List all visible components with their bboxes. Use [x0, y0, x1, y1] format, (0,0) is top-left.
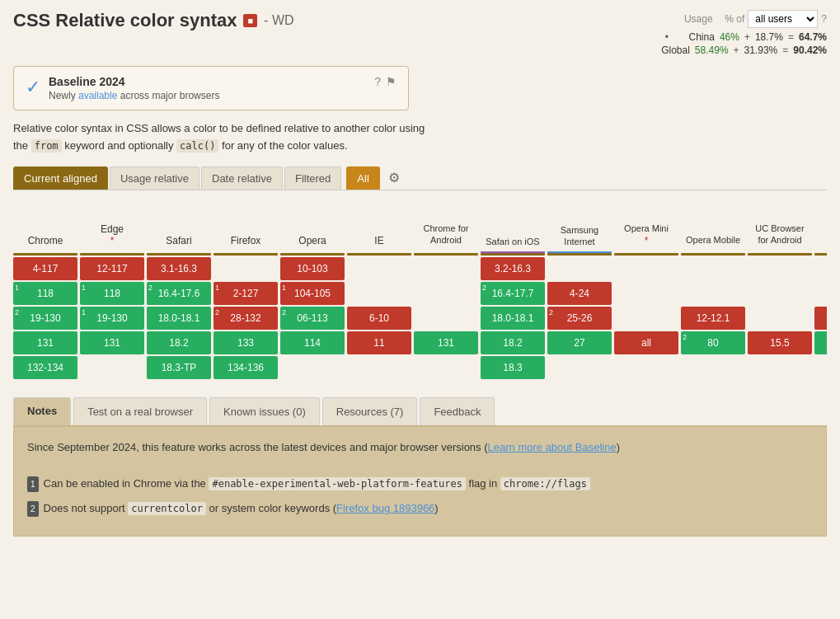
code-calc: calc() [176, 139, 218, 152]
tab-filtered[interactable]: Filtered [284, 166, 341, 190]
cell-sam-0 [547, 257, 612, 280]
cell-uc-4 [748, 356, 812, 379]
cell-firefox-2: 228-132 [214, 307, 278, 330]
global-pct: 58.49% [695, 45, 729, 56]
settings-gear-button[interactable]: ⚙ [388, 170, 400, 185]
cell-firefox-4: 134-136 [214, 356, 278, 379]
usage-china-row: • China 46% + 18.7% = 64.7% [641, 31, 827, 43]
browser-header-safari: Safari [147, 204, 211, 253]
cell-ie-4 [347, 356, 411, 379]
cell-om-1 [614, 282, 678, 305]
cell-sam-3: 27 [547, 331, 612, 354]
baseline-desc: Newly available across major browsers [49, 90, 219, 101]
browser-name-edge: Edge [101, 223, 124, 235]
col-safari-ios: Safari on iOS 3.2-16.3 216.4-17.7 18.0-1… [481, 204, 545, 381]
cell-opera-1: 1104-105 [280, 282, 345, 305]
usage-global-row: Global 58.49% + 31.93% = 90.42% [641, 45, 827, 56]
cell-firefox-0 [214, 257, 278, 280]
cell-chrome-0: 4-117 [13, 257, 77, 280]
cell-edge-4 [80, 356, 144, 379]
col-chrome-android: Chrome for Android 131 [414, 204, 478, 381]
plus-sign-2: + [734, 45, 739, 56]
bullet-dot: • [665, 31, 669, 43]
baseline-flag-icon[interactable]: ⚑ [386, 75, 397, 88]
browser-name-opera-mobile: Opera Mobile [686, 234, 740, 246]
global-total: 90.42% [793, 45, 827, 56]
browser-grid: Chrome 4-117 1118 219-130 131 132-134 Ed… [13, 204, 827, 381]
browser-name-android: Android Browser [816, 223, 827, 246]
browser-name-uc: UC Browser for Android [749, 223, 810, 246]
baseline-checkmark-icon: ✓ [26, 77, 40, 98]
cell-om-3: all [614, 331, 678, 354]
col-edge: Edge * 12-117 1118 119-130 131 [80, 204, 144, 381]
browser-name-samsung: Samsung Internet [549, 224, 610, 248]
browser-header-samsung: Samsung Internet [547, 204, 612, 253]
cell-si-4: 18.3 [481, 356, 545, 379]
browser-header-chrome: Chrome [13, 204, 77, 253]
col-ie: IE 6-10 11 [347, 204, 411, 381]
tab-usage-relative[interactable]: Usage relative [110, 166, 199, 190]
bottom-tab-notes[interactable]: Notes [13, 397, 71, 425]
cell-omob-4 [681, 356, 745, 379]
cell-opera-3: 114 [280, 331, 345, 354]
browser-header-safari-ios: Safari on iOS [481, 204, 545, 253]
cell-si-1: 216.4-17.7 [481, 282, 545, 305]
cell-si-2: 18.0-18.1 [481, 307, 545, 330]
baseline-help-icon[interactable]: ? [374, 75, 381, 88]
percent-of-label: % of [725, 13, 744, 25]
cell-ie-2: 6-10 [347, 307, 411, 330]
browser-name-chrome-android: Chrome for Android [415, 223, 476, 246]
cell-om-0 [614, 257, 678, 280]
bottom-tab-test[interactable]: Test on a real browser [73, 397, 207, 425]
cell-ie-3: 11 [347, 331, 411, 354]
baseline-learn-more-link[interactable]: Learn more about Baseline [488, 441, 617, 453]
global-add-pct: 31.93% [744, 45, 778, 56]
col-chrome: Chrome 4-117 1118 219-130 131 132-134 [13, 204, 77, 381]
note-1: 1 Can be enabled in Chrome via the #enab… [27, 475, 813, 493]
browser-header-ie: IE [347, 204, 411, 253]
eq-sign-1: = [788, 31, 794, 43]
cell-om-4 [614, 356, 678, 379]
tab-current-aligned[interactable]: Current aligned [13, 166, 108, 190]
feature-description: Relative color syntax in CSS allows a co… [13, 120, 442, 155]
page-title: CSS Relative color syntax ■ - WD [13, 10, 294, 31]
col-opera: Opera 10-103 1104-105 206-113 114 [280, 204, 345, 381]
browser-grid-wrapper: Chrome 4-117 1118 219-130 131 132-134 Ed… [13, 204, 827, 381]
cell-edge-0: 12-117 [80, 257, 144, 280]
col-samsung: Samsung Internet 4-24 225-26 27 [547, 204, 612, 381]
cell-edge-1: 1118 [80, 282, 144, 305]
cell-opera-0: 10-103 [280, 257, 345, 280]
note-2-text: Does not support currentcolor or system … [44, 499, 439, 518]
browser-header-firefox: Firefox [214, 204, 278, 253]
region-global: Global [649, 45, 690, 56]
notes-main-text: Since September 2024, this feature works… [27, 438, 813, 457]
usage-help-icon[interactable]: ? [821, 13, 827, 25]
cell-ca-1 [414, 282, 478, 305]
baseline-available-link[interactable]: available [78, 90, 117, 101]
browser-header-android: Android Browser [814, 204, 827, 253]
cell-safari-4: 18.3-TP [147, 356, 211, 379]
bottom-tab-known-issues[interactable]: Known issues (0) [209, 397, 320, 425]
notes-panel: Since September 2024, this feature works… [13, 427, 827, 537]
cell-chrome-4: 132-134 [13, 356, 77, 379]
cell-ca-4 [414, 356, 478, 379]
browser-header-opera: Opera [280, 204, 345, 253]
cell-ab-0 [814, 257, 827, 280]
firefox-bug-link[interactable]: Firefox bug 1893966 [336, 502, 434, 514]
bottom-tab-resources[interactable]: Resources (7) [322, 397, 418, 425]
cell-ab-2: 2.1-4.4 [814, 307, 827, 330]
cell-omob-3: 280 [681, 331, 745, 354]
cell-uc-0 [748, 257, 812, 280]
browser-name-opera-mini: Opera Mini [624, 223, 669, 234]
user-type-select[interactable]: all users new users [748, 10, 818, 28]
tab-all[interactable]: All [346, 166, 379, 190]
bottom-tab-feedback[interactable]: Feedback [420, 397, 495, 425]
cell-ca-3: 131 [414, 331, 478, 354]
cell-safari-3: 18.2 [147, 331, 211, 354]
browser-header-opera-mini: Opera Mini * [614, 204, 678, 253]
cell-omob-2: 12-12.1 [681, 307, 745, 330]
code-from: from [31, 139, 62, 152]
tab-date-relative[interactable]: Date relative [201, 166, 283, 190]
note-2-superscript: 2 [27, 501, 39, 517]
china-add-pct: 18.7% [755, 31, 783, 43]
